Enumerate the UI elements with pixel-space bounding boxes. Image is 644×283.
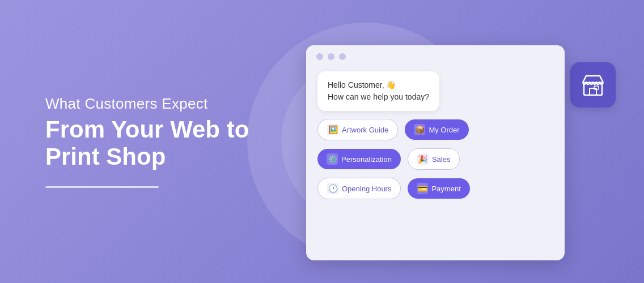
- my-order-icon: 📦: [414, 124, 425, 135]
- personalization-icon: ⚙️: [327, 153, 338, 165]
- left-section: What Customers Expect From Your Web to P…: [0, 95, 295, 188]
- browser-dot-2: [328, 53, 334, 60]
- opening-hours-icon: 🕐: [327, 183, 338, 194]
- opening-hours-button[interactable]: 🕐 Opening Hours: [317, 178, 401, 199]
- main-title: From Your Web to Print Shop: [45, 116, 295, 171]
- personalization-button[interactable]: ⚙️ Personalization: [317, 149, 401, 169]
- chat-greeting-2: How can we help you today?: [328, 91, 429, 103]
- payment-button[interactable]: 💳 Payment: [408, 178, 469, 199]
- sales-button[interactable]: 🎉 Sales: [408, 148, 460, 170]
- chat-bubble: Hello Customer, 👋 How can we help you to…: [317, 71, 439, 111]
- payment-icon: 💳: [417, 183, 428, 194]
- button-row-3: 🕐 Opening Hours 💳 Payment: [317, 178, 553, 199]
- page-container: What Customers Expect From Your Web to P…: [0, 0, 644, 283]
- shop-icon-card: [570, 62, 616, 108]
- browser-content: Hello Customer, 👋 How can we help you to…: [306, 66, 565, 211]
- browser-dot-1: [316, 53, 323, 60]
- right-section: Hello Customer, 👋 How can we help you to…: [295, 0, 644, 283]
- button-row-1: 🖼️ Artwork Guide 📦 My Order: [317, 119, 553, 140]
- sales-icon: 🎉: [417, 153, 429, 165]
- divider: [45, 186, 159, 188]
- browser-titlebar: [306, 45, 565, 66]
- my-order-button[interactable]: 📦 My Order: [405, 119, 468, 140]
- browser-dot-3: [339, 53, 346, 60]
- artwork-guide-button[interactable]: 🖼️ Artwork Guide: [317, 119, 398, 140]
- store-icon: [579, 71, 607, 98]
- button-row-2: ⚙️ Personalization 🎉 Sales: [317, 148, 553, 170]
- browser-window: Hello Customer, 👋 How can we help you to…: [306, 45, 565, 260]
- artwork-guide-icon: 🖼️: [327, 124, 338, 135]
- subtitle: What Customers Expect: [45, 95, 295, 113]
- chat-greeting-1: Hello Customer, 👋: [328, 79, 429, 91]
